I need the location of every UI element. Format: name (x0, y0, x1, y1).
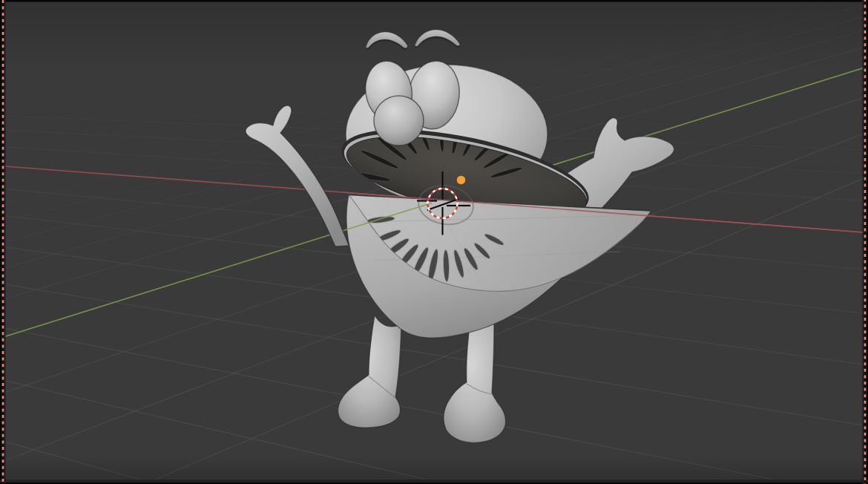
character-nose[interactable] (374, 96, 424, 145)
blender-3d-viewport[interactable] (0, 0, 868, 484)
object-origin-point[interactable] (456, 175, 465, 184)
viewport-top-shading (0, 0, 868, 71)
